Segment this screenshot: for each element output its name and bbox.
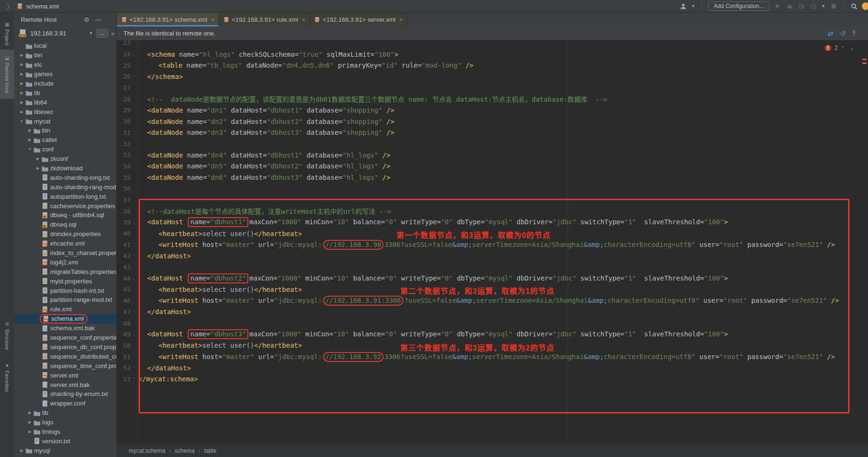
tree-item-auto-sharding-rang-mod-txt[interactable]: auto-sharding-rang-mod.txt xyxy=(14,182,116,192)
code-line-29[interactable]: 29<dataNode name="dn1" dataHost="dbhost1… xyxy=(116,105,861,116)
chevrons-more-icon[interactable]: » xyxy=(111,30,114,37)
code-line-27[interactable]: 27 xyxy=(116,82,861,94)
sync-remote-icon[interactable]: ⇄ xyxy=(827,29,833,38)
fold-marker-icon[interactable]: ⌃ xyxy=(131,366,137,370)
code-line-41[interactable]: 41<writeHost host="master" url="jdbc:mys… xyxy=(116,239,861,250)
tree-item-local[interactable]: local xyxy=(14,41,116,51)
tree-item-cacheservice-properties[interactable]: cacheservice.properties xyxy=(14,201,116,211)
code-line-47[interactable]: 47⌃</dataHost> xyxy=(116,307,861,318)
expand-arrow-icon[interactable]: ▼ xyxy=(19,119,25,123)
code-line-53[interactable]: 53⌃</mycat:schema> xyxy=(116,374,861,385)
breadcrumb-schema[interactable]: schema xyxy=(175,448,194,454)
browse-button[interactable]: ... xyxy=(96,29,108,38)
code-line-49[interactable]: 49⌄<dataHost name="dbhost3"maxCon="1000"… xyxy=(116,329,861,340)
tree-item-tmlogs[interactable]: ▶tmlogs xyxy=(14,427,116,437)
tree-item-libexec[interactable]: ▶libexec xyxy=(14,107,116,116)
tree-item-schema-xml[interactable]: <>schema.xml xyxy=(14,314,116,324)
tree-item-logs[interactable]: ▶logs xyxy=(14,418,116,427)
expand-arrow-icon[interactable]: ▼ xyxy=(27,147,33,151)
fold-marker-icon[interactable]: ⌄ xyxy=(131,52,137,57)
error-stripe-mark[interactable] xyxy=(862,62,867,64)
tree-item-dbseq-utf8mb4-sql[interactable]: SQLdbseq - utf8mb4.sql xyxy=(14,211,116,220)
code-line-48[interactable]: 48 xyxy=(116,317,861,329)
connection-dropdown-caret-icon[interactable]: ▼ xyxy=(89,31,93,35)
tree-item-wrapper-conf[interactable]: ?wrapper.conf xyxy=(14,399,116,408)
expand-arrow-icon[interactable]: ▶ xyxy=(27,411,33,415)
expand-arrow-icon[interactable]: ▶ xyxy=(35,157,41,161)
breadcrumb-table[interactable]: table xyxy=(204,448,216,454)
tree-item-mysql[interactable]: ▶mysql xyxy=(14,446,116,455)
fold-marker-icon[interactable]: ⌄ xyxy=(131,276,137,281)
expand-arrow-icon[interactable]: ▶ xyxy=(19,81,25,86)
error-widget[interactable]: ! 2 ⌃ ⌄ xyxy=(825,44,854,51)
tree-item-bin[interactable]: ▶bin xyxy=(14,51,116,60)
code-line-35[interactable]: 35<dataNode name="dn6" dataHost="dbhost3… xyxy=(116,172,861,183)
stop-icon[interactable] xyxy=(830,2,837,10)
expand-arrow-icon[interactable]: ▶ xyxy=(27,420,33,424)
code-line-43[interactable]: 43 xyxy=(116,262,861,273)
tree-item-server-xml-bak[interactable]: ?server.xml.bak xyxy=(14,380,116,389)
code-line-31[interactable]: 31<dataNode name="dn3" dataHost="dbhost3… xyxy=(116,127,861,139)
tree-item-dnindex-properties[interactable]: dnindex.properties xyxy=(14,229,116,239)
fold-marker-icon[interactable]: ⌃ xyxy=(131,309,137,314)
code-line-30[interactable]: 30<dataNode name="dn2" dataHost="dbhost2… xyxy=(116,116,861,127)
tree-item-schema-xml-bak[interactable]: ?schema.xml.bak xyxy=(14,324,116,333)
tree-item-rule-xml[interactable]: <>rule.xml xyxy=(14,305,116,314)
code-line-23[interactable]: 23 xyxy=(116,41,861,49)
expand-arrow-icon[interactable]: ▶ xyxy=(27,430,33,434)
tree-item-log4j2-xml[interactable]: <>log4j2.xml xyxy=(14,257,116,267)
fold-marker-icon[interactable]: ⌃ xyxy=(131,254,137,258)
user-dropdown-caret-icon[interactable]: ▼ xyxy=(691,4,695,9)
debug-icon[interactable] xyxy=(786,2,793,10)
expand-arrow-icon[interactable]: ▶ xyxy=(19,100,25,105)
code-editor[interactable]: 2324⌄<schema name="hl_logs" checkSQLsche… xyxy=(116,41,868,445)
tree-item-auto-sharding-long-txt[interactable]: auto-sharding-long.txt xyxy=(14,173,116,182)
add-configuration-button[interactable]: Add Configuration... xyxy=(708,1,770,11)
tree-item-games[interactable]: ▶games xyxy=(14,70,116,79)
tree-item-myid-properties[interactable]: myid.properties xyxy=(14,276,116,286)
expand-arrow-icon[interactable]: ▶ xyxy=(35,166,41,170)
code-line-42[interactable]: 42⌃</dataHost> xyxy=(116,250,861,262)
code-line-34[interactable]: 34<dataNode name="dn5" dataHost="dbhost2… xyxy=(116,161,861,172)
code-line-33[interactable]: 33<dataNode name="dn4" dataHost="dbhost1… xyxy=(116,149,861,161)
toolstrip-remote-host[interactable]: ⬓ Remote Host xyxy=(0,50,14,99)
tree-item-partition-hash-int-txt[interactable]: partition-hash-int.txt xyxy=(14,286,116,295)
error-stripe-mark[interactable] xyxy=(862,59,867,60)
tree-item-bin[interactable]: ▶bin xyxy=(14,126,116,135)
toolstrip-structure[interactable]: ⊜ Structure xyxy=(0,316,14,355)
search-everywhere-icon[interactable] xyxy=(850,2,858,10)
breadcrumb-mycat-schema[interactable]: mycat:schema xyxy=(129,448,165,454)
tree-item-version-txt[interactable]: version.txt xyxy=(14,436,116,446)
tree-item-server-xml[interactable]: <>server.xml xyxy=(14,370,116,380)
fold-marker-icon[interactable]: ⌃ xyxy=(131,377,137,381)
code-line-39[interactable]: 39⌄<dataHost name="dbhost1"maxCon="1000"… xyxy=(116,217,861,228)
code-line-25[interactable]: 25<table name="tb_logs" dataNode="dn4,dn… xyxy=(116,60,861,71)
tree-item-autopartition-long-txt[interactable]: autopartition-long.txt xyxy=(14,192,116,201)
tree-item-migratetables-properties[interactable]: migrateTables.properties xyxy=(14,267,116,276)
code-line-36[interactable]: 36 xyxy=(116,183,861,194)
expand-arrow-icon[interactable]: ▶ xyxy=(27,128,33,132)
file-tree[interactable]: local▶bin▶etc▶games▶include▶lib▶lib64▶li… xyxy=(14,41,116,457)
tree-item-partition-range-mod-txt[interactable]: partition-range-mod.txt xyxy=(14,295,116,305)
profiler-icon[interactable] xyxy=(809,2,817,10)
expand-arrow-icon[interactable]: ▶ xyxy=(19,72,25,76)
code-line-26[interactable]: 26⌃</schema> xyxy=(116,71,861,82)
next-error-icon[interactable]: ⌄ xyxy=(850,45,854,51)
tree-item-zkconf[interactable]: ▶zkconf xyxy=(14,154,116,164)
title-file-name[interactable]: schema.xml xyxy=(26,3,59,10)
tree-item-include[interactable]: ▶include xyxy=(14,79,116,88)
tree-item-sequence-distributed-conf-properties[interactable]: sequence_distributed_conf.properties xyxy=(14,352,116,361)
toolstrip-favorites[interactable]: ★ Favorites xyxy=(0,355,14,400)
code-line-44[interactable]: 44⌄<dataHost name="dbhost2"maxCon="1000"… xyxy=(116,272,861,284)
undo-icon[interactable]: ↺ xyxy=(840,29,846,38)
tree-item-ehcache-xml[interactable]: <>ehcache.xml xyxy=(14,239,116,248)
expand-arrow-icon[interactable]: ▶ xyxy=(19,62,25,67)
code-line-38[interactable]: 38<!--dataHost是每个节点的具体配置，注意writeHost主机中的… xyxy=(116,205,861,217)
user-icon[interactable] xyxy=(679,2,687,10)
tab-0[interactable]: <><192.168.3.91> schema.xml× xyxy=(117,13,219,26)
expand-arrow-icon[interactable]: ▶ xyxy=(19,110,25,114)
run-with-coverage-icon[interactable] xyxy=(798,2,805,10)
tree-item-zkdownload[interactable]: ▶zkdownload xyxy=(14,164,116,173)
code-line-46[interactable]: 46<writeHost host="master" url="jdbc:mys… xyxy=(116,295,861,307)
toolstrip-project[interactable]: ▦ Project xyxy=(0,17,14,51)
